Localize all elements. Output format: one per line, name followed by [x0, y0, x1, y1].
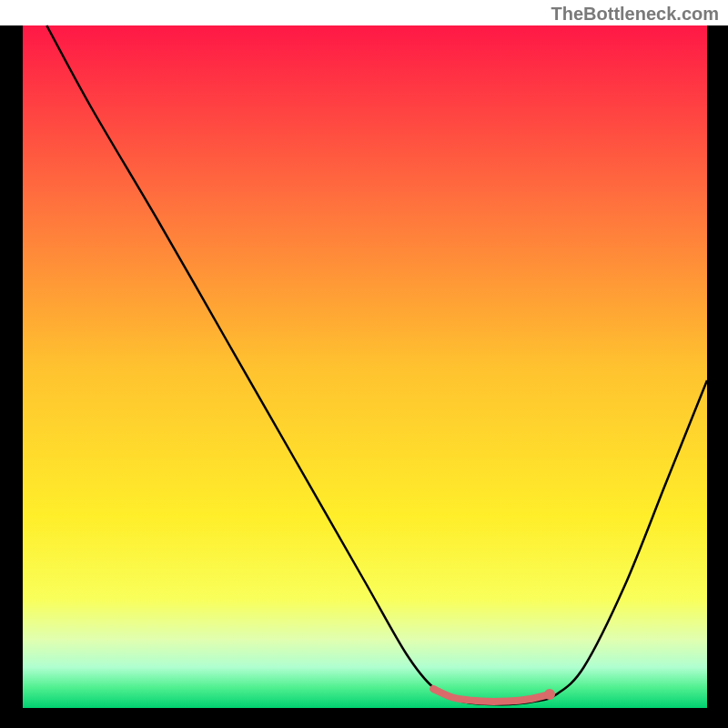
minimum-marker-dot [544, 689, 555, 700]
bottom-border [0, 708, 728, 728]
chart: TheBottleneck.com [0, 0, 728, 728]
gradient-background [23, 25, 707, 708]
chart-svg [0, 0, 728, 728]
left-border [0, 25, 23, 708]
right-border [707, 25, 728, 708]
attribution-text: TheBottleneck.com [551, 4, 719, 25]
